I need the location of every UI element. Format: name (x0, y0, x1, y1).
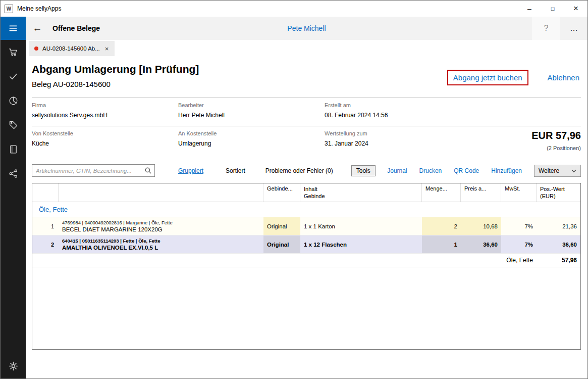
field-wertstellung: Wertstellung zum 31. Januar 2024 (325, 130, 471, 147)
field-erstellt-am: Erstellt am 08. Februar 2024 14:56 (325, 102, 471, 119)
sidebar-item-cart[interactable] (1, 40, 26, 64)
table-row-selected[interactable]: 2 640415 | 05011635114203 | Fette | Öle,… (32, 235, 580, 254)
table-empty-area (32, 267, 580, 349)
field-value: 31. Januar 2024 (325, 140, 471, 147)
field-value: sellysolutions Serv.ges.mbH (32, 112, 178, 119)
field-label: An Kostenstelle (178, 130, 325, 136)
group-footer-row: Öle, Fette 57,96 (32, 254, 580, 267)
field-value: 08. Februar 2024 14:56 (325, 112, 471, 119)
sidebar-item-settings[interactable] (1, 354, 26, 377)
article-meta: 640415 | 05011635114203 | Fette | Öle, F… (62, 238, 160, 244)
sidebar-item-share[interactable] (1, 161, 26, 185)
footer-group-label: Öle, Fette (501, 254, 537, 267)
more-actions-label: Weitere (539, 167, 559, 174)
field-value: Umlagerung (178, 140, 325, 147)
article-name: BECEL DIAET MARGARINE 120X20G (62, 226, 163, 232)
field-label: Wertstellung zum (325, 130, 471, 136)
chevron-down-icon (571, 167, 576, 174)
tab-bar: AU-0208-145600 Ab... × (26, 40, 587, 56)
sidebar-item-labels[interactable] (1, 113, 26, 137)
field-value: Herr Pete Michell (178, 112, 325, 119)
row-number: 2 (32, 235, 59, 253)
tab-document[interactable]: AU-0208-145600 Ab... × (29, 41, 115, 56)
title-bar: W Meine sellyApps – □ × (1, 1, 587, 17)
article-description: 640415 | 05011635114203 | Fette | Öle, F… (59, 235, 263, 253)
header-line: Inhalt (304, 185, 418, 193)
unsaved-dot-icon (34, 46, 38, 51)
row-number: 1 (32, 217, 59, 235)
header-pos-wert[interactable]: Pos.-Wert (EUR) (537, 183, 580, 202)
document-subtitle: Beleg AU-0208-145600 (32, 80, 199, 88)
pie-chart-icon (8, 96, 19, 106)
header-mwst[interactable]: MwSt. (501, 183, 537, 202)
article-name: AMALTHIA OLIVENOEL EX.VI.0,5 L (62, 245, 158, 251)
cell-preis: 10,68 (461, 217, 501, 235)
article-meta: 4769984 | 04000492002816 | Margarine | Ö… (62, 220, 173, 225)
header-inhalt-gebinde[interactable]: Inhalt Gebinde (300, 183, 422, 202)
field-label: Erstellt am (325, 102, 471, 108)
app-window: W Meine sellyApps – □ × (0, 0, 588, 379)
table-row[interactable]: 1 4769984 | 04000492002816 | Margarine |… (32, 217, 580, 235)
minimize-button[interactable]: – (518, 1, 541, 17)
cell-inhalt: 1 x 12 Flaschen (300, 235, 422, 253)
add-link[interactable]: Hinzufügen (491, 167, 522, 174)
header-menge[interactable]: Menge... (422, 183, 461, 202)
menu-button[interactable] (1, 17, 26, 40)
tab-close-icon[interactable]: × (104, 45, 110, 53)
header-preis[interactable]: Preis a... (461, 183, 501, 202)
sidebar-item-tasks[interactable] (1, 64, 26, 88)
cell-gebinde: Original (263, 235, 300, 253)
sidebar-item-documents[interactable] (1, 137, 26, 161)
maximize-button[interactable]: □ (541, 1, 564, 17)
table-toolbar: Gruppiert Sortiert Probleme oder Fehler … (32, 164, 581, 177)
search-icon[interactable] (144, 167, 152, 176)
document-title: Abgang Umlagerung [In Prüfung] (32, 63, 199, 75)
help-button[interactable]: ? (532, 17, 560, 40)
book-icon (8, 144, 19, 155)
content-area: Abgang Umlagerung [In Prüfung] Beleg AU-… (26, 56, 587, 378)
gear-icon (8, 361, 19, 371)
problems-toggle[interactable]: Probleme oder Fehler (0) (265, 167, 333, 174)
header-line: Pos.-Wert (540, 185, 577, 193)
field-von-kostenstelle: Von Kostenstelle Küche (32, 130, 178, 147)
window-title: Meine sellyApps (17, 5, 61, 12)
grouped-toggle[interactable]: Gruppiert (178, 167, 203, 174)
app-logo-icon: W (5, 5, 13, 13)
cell-inhalt: 1 x 1 Karton (300, 217, 422, 235)
reject-button[interactable]: Ablehnen (548, 73, 579, 82)
article-description: 4769984 | 04000492002816 | Margarine | Ö… (59, 217, 263, 235)
journal-link[interactable]: Journal (387, 167, 407, 174)
tag-icon (8, 120, 19, 130)
cell-mwst: 7% (501, 235, 537, 253)
more-button[interactable]: … (560, 17, 587, 40)
cart-icon (8, 47, 19, 58)
header-gebinde[interactable]: Gebinde... (263, 183, 300, 202)
tools-button[interactable]: Tools (351, 165, 376, 176)
user-name[interactable]: Pete Michell (287, 24, 326, 32)
cell-preis: 36,60 (461, 235, 501, 253)
table-header-row: Gebinde... Inhalt Gebinde Menge... Preis… (32, 183, 580, 202)
document-total: EUR 57,96 (2 Positionen) (531, 130, 581, 151)
more-actions-dropdown[interactable]: Weitere (534, 165, 581, 177)
header-empty-num (32, 183, 59, 202)
book-now-button[interactable]: Abgang jetzt buchen (447, 70, 528, 85)
field-label: Firma (32, 102, 178, 108)
group-row-oele-fette[interactable]: Öle, Fette (32, 202, 580, 217)
field-label: Bearbeiter (178, 102, 325, 108)
header-line: Gebinde (304, 193, 418, 200)
sorted-toggle[interactable]: Sortiert (226, 167, 245, 174)
page-title: Offene Belege (52, 24, 100, 32)
print-link[interactable]: Drucken (419, 167, 442, 174)
qr-code-link[interactable]: QR Code (454, 167, 479, 174)
check-icon (8, 71, 19, 82)
cell-mwst: 7% (501, 217, 537, 235)
info-row-2: Von Kostenstelle Küche An Kostenstelle U… (32, 126, 581, 154)
window-controls: – □ × (518, 1, 587, 17)
share-icon (8, 168, 19, 179)
sidebar-item-statistics[interactable] (1, 88, 26, 113)
search-input[interactable] (32, 164, 155, 177)
tab-label: AU-0208-145600 Ab... (42, 45, 100, 52)
back-button[interactable]: ← (26, 17, 49, 40)
close-button[interactable]: × (564, 1, 587, 17)
field-label: Von Kostenstelle (32, 130, 178, 136)
